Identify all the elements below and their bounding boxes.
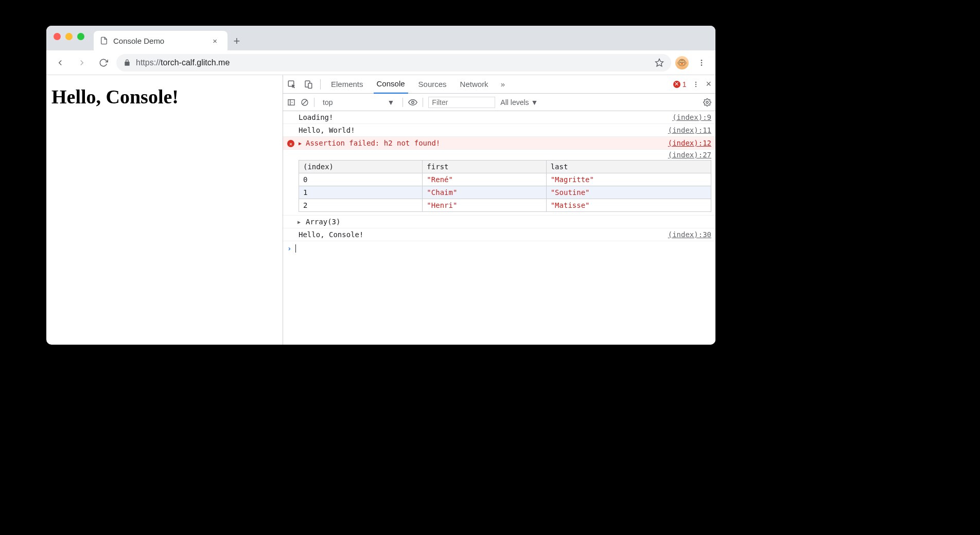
svg-point-8 [695, 83, 696, 84]
settings-gear-icon[interactable] [703, 98, 711, 106]
console-log-row: Hello, World! (index):11 [283, 124, 715, 137]
svg-point-3 [701, 64, 703, 66]
console-table-block: (index):27 (index) first last 0 "René" "… [283, 150, 715, 216]
console-log-row: Loading! (index):9 [283, 111, 715, 124]
console-array-row: ▶ Array(3) [283, 216, 715, 228]
forward-button[interactable] [73, 54, 91, 72]
svg-point-7 [695, 81, 696, 82]
close-tab-button[interactable]: × [208, 37, 221, 45]
content-area: Hello, Console! Elements Console Sources… [46, 75, 715, 345]
table-header[interactable]: last [546, 160, 711, 173]
filter-input[interactable] [428, 97, 495, 108]
new-tab-button[interactable]: + [227, 32, 246, 50]
inspect-icon[interactable] [287, 80, 296, 89]
console-output: Loading! (index):9 Hello, World! (index)… [283, 111, 715, 345]
window-controls [54, 33, 84, 40]
tab-sources[interactable]: Sources [415, 75, 450, 94]
table-row: 0 "René" "Magritte" [299, 173, 711, 186]
page-heading: Hello, Console! [51, 85, 277, 108]
omnibox[interactable]: https://torch-calf.glitch.me [116, 54, 671, 72]
devtools-tabs: Elements Console Sources Network » ✕ 1 × [283, 75, 715, 94]
error-icon: ✕ [673, 81, 680, 88]
console-table: (index) first last 0 "René" "Magritte" [299, 160, 711, 212]
address-bar: https://torch-calf.glitch.me 🐵 [46, 50, 715, 75]
svg-point-9 [695, 85, 696, 86]
error-count-badge[interactable]: ✕ 1 [673, 80, 687, 88]
source-link[interactable]: (index):9 [672, 113, 711, 121]
url-text: https://torch-calf.glitch.me [136, 58, 230, 67]
expand-triangle-icon[interactable]: ▶ [297, 219, 301, 225]
maximize-window-button[interactable] [77, 33, 84, 40]
tab-console[interactable]: Console [374, 75, 408, 94]
browser-window: Console Demo × + https://torch-calf.glit… [46, 26, 715, 345]
context-selector[interactable]: top ▼ [320, 98, 397, 106]
source-link[interactable]: (index):27 [668, 151, 711, 159]
tab-title: Console Demo [113, 37, 164, 45]
browser-menu-button[interactable] [693, 54, 710, 72]
table-header[interactable]: (index) [299, 160, 423, 173]
profile-avatar[interactable]: 🐵 [675, 56, 689, 69]
clear-console-icon[interactable] [301, 98, 309, 106]
expand-triangle-icon[interactable]: ▶ [299, 140, 302, 146]
source-link[interactable]: (index):11 [668, 126, 711, 134]
browser-tab[interactable]: Console Demo × [94, 31, 227, 50]
titlebar: Console Demo × + [46, 26, 715, 50]
log-levels-selector[interactable]: All levels ▼ [500, 98, 538, 106]
svg-point-2 [701, 62, 703, 63]
reload-button[interactable] [95, 54, 112, 72]
minimize-window-button[interactable] [65, 33, 73, 40]
sidebar-toggle-icon[interactable] [287, 98, 295, 106]
file-icon [100, 37, 108, 45]
table-row: 1 "Chaim" "Soutine" [299, 186, 711, 199]
live-expression-icon[interactable] [408, 98, 417, 107]
more-tabs-button[interactable]: » [501, 80, 505, 88]
error-icon: ✕ [287, 140, 294, 147]
device-toggle-icon[interactable] [304, 80, 313, 89]
close-window-button[interactable] [54, 33, 61, 40]
text-cursor [295, 244, 296, 253]
console-prompt[interactable]: › [283, 241, 715, 256]
svg-marker-0 [656, 59, 663, 66]
chevron-right-icon: › [287, 244, 291, 253]
table-header[interactable]: first [423, 160, 546, 173]
console-error-row: ✕ ▶ Assertion failed: h2 not found! (ind… [283, 137, 715, 150]
back-button[interactable] [51, 54, 69, 72]
svg-line-13 [303, 100, 307, 104]
svg-point-15 [706, 101, 708, 103]
tab-elements[interactable]: Elements [328, 75, 366, 94]
svg-rect-10 [288, 99, 294, 105]
tab-network[interactable]: Network [457, 75, 492, 94]
console-toolbar: top ▼ All levels ▼ [283, 94, 715, 111]
close-devtools-button[interactable]: × [706, 79, 711, 90]
svg-point-14 [412, 101, 414, 103]
devtools-panel: Elements Console Sources Network » ✕ 1 × [283, 75, 715, 345]
source-link[interactable]: (index):30 [668, 230, 711, 239]
svg-rect-6 [308, 83, 312, 88]
table-row: 2 "Henri" "Matisse" [299, 199, 711, 212]
console-log-row: Hello, Console! (index):30 [283, 228, 715, 241]
source-link[interactable]: (index):12 [668, 139, 711, 147]
bookmark-star-icon[interactable] [655, 58, 664, 67]
page-viewport: Hello, Console! [46, 75, 283, 345]
devtools-menu-icon[interactable] [692, 81, 699, 88]
lock-icon [124, 59, 131, 66]
svg-point-1 [701, 60, 703, 61]
